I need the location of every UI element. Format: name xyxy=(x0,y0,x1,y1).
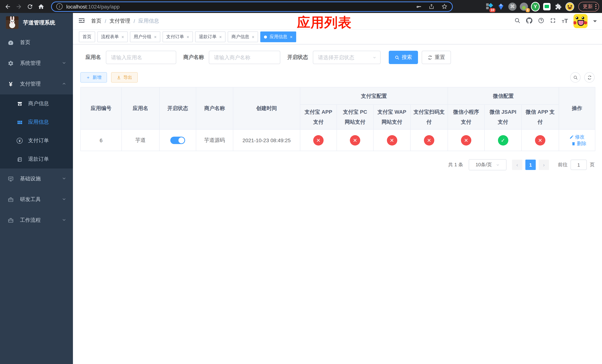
edit-link[interactable]: 修改 xyxy=(570,133,585,140)
app-name-input[interactable] xyxy=(106,51,176,64)
close-icon[interactable]: × xyxy=(252,34,254,39)
sidebar-collapse-button[interactable] xyxy=(78,17,85,25)
sidebar-item-label: 基础设施 xyxy=(20,175,41,182)
document-icon xyxy=(16,156,23,162)
sidebar-item-home[interactable]: 首页 xyxy=(0,32,73,53)
status-cross-icon: ✕ xyxy=(461,135,471,145)
sidebar-item-refund-order[interactable]: 退款订单 xyxy=(0,150,73,169)
grid-icon xyxy=(16,119,23,125)
header-search-button[interactable] xyxy=(515,17,521,25)
extension-chat-icon[interactable] xyxy=(542,2,551,11)
forward-button[interactable] xyxy=(13,1,24,12)
sidebar-logo[interactable]: 芋道管理系统 xyxy=(0,13,73,32)
status-select-input[interactable] xyxy=(313,51,381,64)
cell-app-name: 芋道 xyxy=(122,129,159,151)
col-header-app-name: 应用名 xyxy=(122,87,159,129)
cell-merchant: 芋道源码 xyxy=(196,129,233,151)
next-page-button[interactable]: › xyxy=(539,160,549,170)
home-button[interactable] xyxy=(35,1,47,12)
trash-icon xyxy=(571,141,576,146)
sidebar: 芋道管理系统 首页 系统管理 xyxy=(0,13,73,364)
tags-view-bar: 首页 流程表单× 用户分组× 支付订单× 退款订单× 商户信息× 应用信息× xyxy=(73,30,602,44)
breadcrumb-current: 应用信息 xyxy=(139,18,159,24)
extension-green-dot-icon[interactable]: 1 xyxy=(519,2,528,11)
cell-app-id: 6 xyxy=(81,129,122,151)
channel-status-cell: ✕ xyxy=(337,129,373,151)
tab-refund-order[interactable]: 退款订单× xyxy=(195,32,226,42)
github-link[interactable] xyxy=(526,17,533,25)
close-icon[interactable]: × xyxy=(290,34,292,39)
chevron-down-icon xyxy=(62,197,66,203)
reset-button[interactable]: 重置 xyxy=(422,51,451,64)
status-toggle[interactable] xyxy=(170,137,185,144)
tab-user-group[interactable]: 用户分组× xyxy=(130,32,160,42)
forward-icon xyxy=(16,3,22,10)
breadcrumb-separator: / xyxy=(105,18,106,24)
user-avatar[interactable] xyxy=(573,14,588,28)
fullscreen-button[interactable] xyxy=(550,17,556,25)
search-button[interactable]: 搜索 xyxy=(389,51,418,64)
col-header-channel: 微信 JSAPI 支付 xyxy=(484,105,521,129)
close-icon[interactable]: × xyxy=(187,34,189,39)
refresh-icon xyxy=(428,55,432,60)
tab-flow-form[interactable]: 流程表单× xyxy=(97,32,128,42)
channel-status-cell: ✕ xyxy=(300,129,337,151)
sidebar-item-system[interactable]: 系统管理 xyxy=(0,53,73,74)
sidebar-item-pay-order[interactable]: ¥ 支付订单 xyxy=(0,131,73,150)
extension-gem-icon[interactable] xyxy=(496,2,505,11)
channel-status-cell: ✕ xyxy=(410,129,448,151)
breadcrumb-separator: / xyxy=(134,18,135,24)
close-icon[interactable]: × xyxy=(219,34,222,39)
breadcrumb-home[interactable]: 首页 xyxy=(91,18,101,24)
address-bar[interactable]: i localhost:1024/pay/app xyxy=(51,1,453,12)
export-button[interactable]: 导出 xyxy=(111,72,138,83)
extensions-puzzle-icon[interactable] xyxy=(554,2,563,11)
browser-menu-icon[interactable] xyxy=(595,4,596,9)
extension-command-icon[interactable]: ⌘ xyxy=(508,2,517,11)
close-icon[interactable]: × xyxy=(154,34,157,39)
tab-app-info[interactable]: 应用信息× xyxy=(260,32,296,42)
extension-diamond-icon[interactable]: 10 xyxy=(485,2,494,11)
sidebar-item-infra[interactable]: 基础设施 xyxy=(0,169,73,189)
logo-rabbit-image xyxy=(6,16,19,29)
tab-home[interactable]: 首页 xyxy=(79,32,95,42)
goto-page-input[interactable] xyxy=(570,160,587,170)
sidebar-item-pay[interactable]: ¥ 支付管理 xyxy=(0,74,73,95)
status-select[interactable] xyxy=(313,51,381,64)
refresh-table-button[interactable] xyxy=(584,72,595,83)
sidebar-item-merchant-info[interactable]: 商户信息 xyxy=(0,95,73,113)
gear-icon xyxy=(7,60,14,66)
add-button[interactable]: ＋ 新增 xyxy=(80,72,107,83)
table-toolbar: ＋ 新增 导出 xyxy=(80,72,595,83)
browser-toolbar: i localhost:1024/pay/app 10 ⌘ 1 xyxy=(0,0,602,13)
sidebar-item-dev-tools[interactable]: 研发工具 xyxy=(0,189,73,210)
extension-badge: 10 xyxy=(489,8,495,12)
current-page-button[interactable]: 1 xyxy=(525,160,536,170)
password-key-icon[interactable] xyxy=(415,3,422,10)
toggle-search-button[interactable] xyxy=(570,72,580,83)
help-button[interactable] xyxy=(538,17,544,25)
chrome-update-button[interactable]: 更新 xyxy=(578,2,599,11)
url-text: localhost:1024/pay/app xyxy=(66,3,119,10)
merchant-name-input[interactable] xyxy=(209,51,280,64)
breadcrumb-pay[interactable]: 支付管理 xyxy=(110,18,130,24)
page-size-select[interactable]: 10条/页 xyxy=(469,159,506,170)
delete-link[interactable]: 删除 xyxy=(571,140,586,147)
back-button[interactable] xyxy=(2,1,13,12)
goto-label: 前往 xyxy=(558,161,568,168)
browser-profile-avatar[interactable] xyxy=(565,2,574,11)
tab-merchant-info[interactable]: 商户信息× xyxy=(228,32,258,42)
share-icon[interactable] xyxy=(428,3,435,10)
reload-button[interactable] xyxy=(24,1,35,12)
tab-pay-order[interactable]: 支付订单× xyxy=(162,32,193,42)
font-size-button[interactable]: TT xyxy=(562,18,568,24)
extension-y-icon[interactable]: Y xyxy=(531,2,540,11)
prev-page-button[interactable]: ‹ xyxy=(512,160,522,170)
sidebar-item-workflow[interactable]: 工作流程 xyxy=(0,210,73,231)
close-icon[interactable]: × xyxy=(121,34,124,39)
sidebar-item-app-info[interactable]: 应用信息 xyxy=(0,113,73,131)
sidebar-item-label: 支付管理 xyxy=(20,81,41,87)
site-info-icon[interactable]: i xyxy=(56,3,63,10)
avatar-caret-icon[interactable] xyxy=(593,20,597,24)
bookmark-star-icon[interactable] xyxy=(441,3,448,10)
